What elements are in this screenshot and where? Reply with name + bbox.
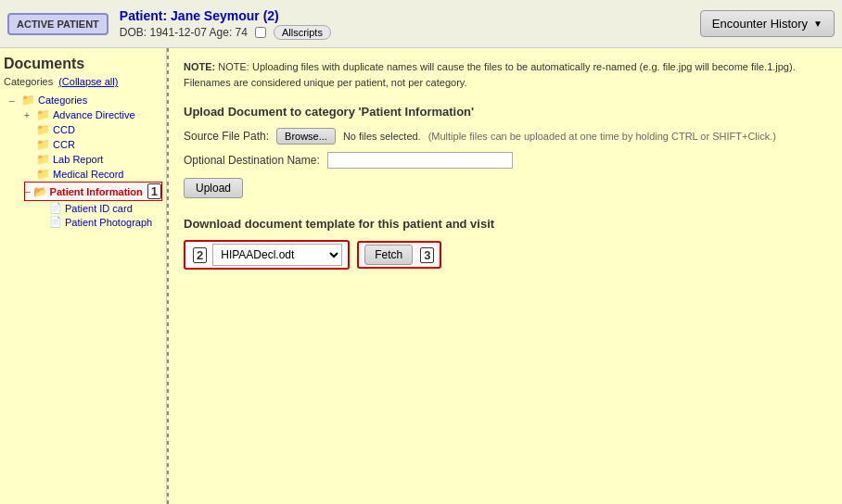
encounter-history-button[interactable]: Encounter History ▼	[700, 10, 835, 37]
categories-row: Categories (Collapse all)	[4, 76, 162, 87]
step-2-box: 2 HIPAADecl.odt ConsentForm.odt PatientI…	[184, 240, 350, 270]
content-area: NOTE: NOTE: Uploading files with duplica…	[169, 48, 842, 504]
download-row: 2 HIPAADecl.odt ConsentForm.odt PatientI…	[184, 240, 827, 270]
download-section-title: Download document template for this pati…	[184, 217, 827, 231]
folder-icon: 📂	[33, 185, 47, 198]
hint-text: (Multiple files can be uploaded at one t…	[428, 131, 776, 142]
upload-section-title: Upload Document to category 'Patient Inf…	[184, 105, 827, 119]
sidebar-item-label: Lab Report	[53, 154, 103, 165]
note-text: NOTE: NOTE: Uploading files with duplica…	[184, 59, 827, 90]
folder-icon: 📁	[21, 94, 35, 107]
sidebar-item-label: CCR	[53, 139, 75, 150]
top-bar: ACTIVE PATIENT Patient: Jane Seymour (2)…	[0, 0, 842, 48]
step-badge-3: 3	[420, 247, 434, 263]
download-section: Download document template for this pati…	[184, 217, 827, 270]
expand-icon: +	[24, 110, 33, 120]
step-badge-1: 1	[147, 183, 161, 199]
optional-dest-label: Optional Destination Name:	[184, 154, 320, 167]
sidebar-item-patient-photograph[interactable]: 📄 Patient Photograph	[37, 215, 162, 229]
sidebar-item-label: Patient ID card	[65, 203, 133, 214]
sidebar-item-label: Patient Information	[50, 186, 143, 197]
patient-info-header: Patient: Jane Seymour (2) DOB: 1941-12-0…	[120, 8, 700, 40]
expand-icon: –	[9, 95, 19, 106]
sidebar-item-label: Advance Directive	[53, 109, 135, 120]
patient-name-row: Patient: Jane Seymour (2)	[120, 8, 700, 23]
step-badge-2: 2	[193, 247, 207, 263]
optional-dest-row: Optional Destination Name:	[184, 152, 827, 169]
note-body: NOTE: Uploading files with duplicate nam…	[184, 61, 796, 88]
patient-name: Jane Seymour (2)	[171, 8, 279, 23]
sidebar-item-label: Patient Photograph	[65, 217, 152, 228]
expand-icon: –	[25, 186, 31, 196]
dob-checkbox[interactable]	[255, 27, 266, 38]
doc-icon: 📄	[49, 216, 62, 228]
folder-icon: 📁	[36, 123, 50, 136]
active-patient-button[interactable]: ACTIVE PATIENT	[7, 13, 108, 35]
sidebar: Documents Categories (Collapse all) – 📁 …	[0, 48, 167, 504]
collapse-link[interactable]: (Collapse all)	[58, 76, 118, 87]
folder-icon: 📁	[36, 138, 50, 151]
patient-dob-row: DOB: 1941-12-07 Age: 74 Allscripts	[120, 25, 700, 40]
browse-button[interactable]: Browse...	[276, 128, 336, 145]
encounter-history-label: Encounter History	[712, 17, 808, 31]
folder-icon: 📁	[36, 108, 50, 121]
sidebar-item-label: Categories	[38, 94, 87, 106]
main-container: Documents Categories (Collapse all) – 📁 …	[0, 48, 842, 504]
sidebar-item-ccd[interactable]: 📁 CCD	[24, 122, 162, 137]
sidebar-item-lab-report[interactable]: 📁 Lab Report	[24, 152, 162, 167]
sidebar-item-advance-directive[interactable]: + 📁 Advance Directive	[24, 107, 162, 122]
dob-text: DOB: 1941-12-07 Age: 74	[120, 26, 248, 39]
allscripts-button[interactable]: Allscripts	[274, 25, 331, 40]
sidebar-item-label: CCD	[53, 124, 75, 135]
source-file-label: Source File Path:	[184, 130, 269, 143]
folder-icon: 📁	[36, 168, 50, 181]
doc-icon: 📄	[49, 202, 62, 214]
optional-dest-input[interactable]	[327, 152, 513, 169]
sidebar-item-medical-record[interactable]: 📁 Medical Record	[24, 167, 162, 182]
sidebar-item-patient-information[interactable]: – 📂 Patient Information 1	[24, 182, 162, 201]
sidebar-title: Documents	[4, 56, 162, 72]
sidebar-item-categories[interactable]: – 📁 Categories	[9, 93, 162, 107]
step-3-box: Fetch 3	[357, 241, 441, 269]
patient-label: Patient:	[120, 8, 167, 23]
categories-label: Categories	[4, 76, 53, 87]
no-files-text: No files selected.	[343, 131, 421, 142]
upload-row: Source File Path: Browse... No files sel…	[184, 128, 827, 145]
sidebar-item-ccr[interactable]: 📁 CCR	[24, 137, 162, 152]
sidebar-item-patient-id-card[interactable]: 📄 Patient ID card	[37, 201, 162, 215]
dropdown-arrow-icon: ▼	[813, 19, 823, 29]
upload-button[interactable]: Upload	[184, 178, 243, 198]
template-select[interactable]: HIPAADecl.odt ConsentForm.odt PatientInf…	[212, 244, 342, 266]
sidebar-item-label: Medical Record	[53, 169, 123, 180]
folder-icon: 📁	[36, 153, 50, 166]
fetch-button[interactable]: Fetch	[364, 245, 413, 265]
